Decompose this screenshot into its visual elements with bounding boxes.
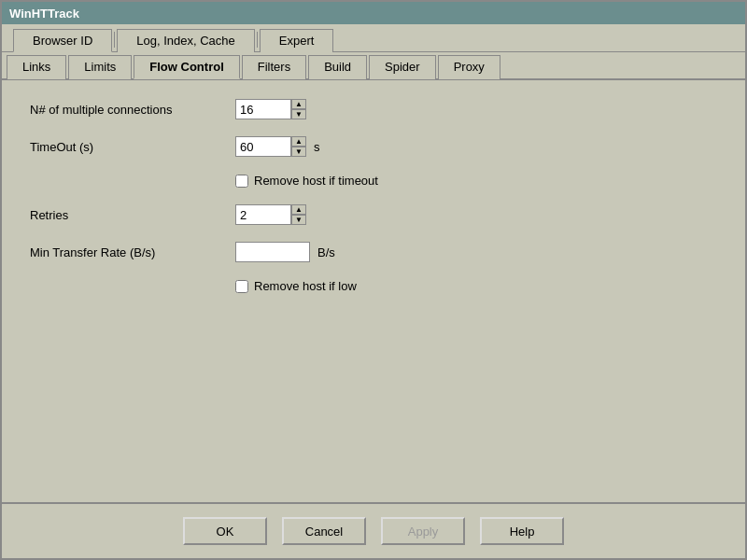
connections-spinner: ▲ ▼ — [235, 99, 306, 119]
timeout-unit: s — [314, 140, 320, 154]
retries-label: Retries — [30, 208, 235, 222]
cancel-button[interactable]: Cancel — [282, 517, 366, 545]
min-transfer-input-wrapper: B/s — [235, 242, 335, 262]
timeout-spinner-buttons: ▲ ▼ — [291, 136, 306, 157]
tab-spider[interactable]: Spider — [369, 55, 436, 79]
help-button[interactable]: Help — [480, 517, 564, 545]
bottom-tab-row: Links Limits Flow Control Filters Build … — [2, 52, 745, 80]
tab-limits[interactable]: Limits — [68, 55, 132, 79]
timeout-input[interactable] — [235, 136, 291, 157]
tab-log-index-cache[interactable]: Log, Index, Cache — [117, 29, 255, 52]
bottom-bar: OK Cancel Apply Help — [2, 502, 745, 558]
retries-spinner: ▲ ▼ — [235, 204, 306, 225]
title-bar: WinHTTrack — [2, 2, 745, 24]
tab-proxy[interactable]: Proxy — [438, 55, 500, 79]
tab-browser-id[interactable]: Browser ID — [13, 29, 112, 52]
top-tab-row: Browser ID Log, Index, Cache Expert — [2, 24, 745, 52]
tab-filters[interactable]: Filters — [242, 55, 306, 79]
min-transfer-label: Min Transfer Rate (B/s) — [30, 245, 235, 259]
connections-spin-down[interactable]: ▼ — [291, 109, 306, 119]
window-title: WinHTTrack — [9, 7, 79, 21]
remove-host-low-checkbox[interactable] — [235, 280, 248, 293]
connections-input[interactable] — [235, 99, 291, 119]
timeout-spinner: ▲ ▼ s — [235, 136, 320, 157]
timeout-spin-down[interactable]: ▼ — [291, 147, 306, 157]
connections-label: N# of multiple connections — [30, 103, 235, 117]
ok-button[interactable]: OK — [183, 517, 267, 545]
timeout-row: TimeOut (s) ▲ ▼ s — [30, 136, 717, 157]
retries-spin-up[interactable]: ▲ — [291, 204, 306, 215]
tab-flow-control[interactable]: Flow Control — [134, 55, 239, 79]
remove-host-low-row: Remove host if low — [235, 279, 717, 293]
main-window: WinHTTrack Browser ID Log, Index, Cache … — [0, 0, 747, 560]
min-transfer-unit: B/s — [317, 245, 335, 259]
retries-spinner-buttons: ▲ ▼ — [291, 204, 306, 225]
tab-expert[interactable]: Expert — [260, 29, 334, 52]
retries-spin-down[interactable]: ▼ — [291, 215, 306, 225]
timeout-label: TimeOut (s) — [30, 140, 235, 154]
retries-input[interactable] — [235, 204, 291, 225]
connections-spinner-buttons: ▲ ▼ — [291, 99, 306, 119]
min-transfer-input[interactable] — [235, 242, 310, 262]
remove-host-low-label: Remove host if low — [254, 279, 357, 293]
apply-button[interactable]: Apply — [381, 517, 465, 545]
connections-spin-up[interactable]: ▲ — [291, 99, 306, 109]
remove-host-timeout-row: Remove host if timeout — [235, 174, 717, 188]
remove-host-timeout-checkbox[interactable] — [235, 175, 248, 188]
content-area: N# of multiple connections ▲ ▼ TimeOut (… — [2, 80, 745, 502]
tab-links[interactable]: Links — [7, 55, 66, 79]
connections-row: N# of multiple connections ▲ ▼ — [30, 99, 717, 119]
retries-row: Retries ▲ ▼ — [30, 204, 717, 225]
timeout-spin-up[interactable]: ▲ — [291, 136, 306, 147]
remove-host-timeout-label: Remove host if timeout — [254, 174, 378, 188]
tab-build[interactable]: Build — [308, 55, 367, 79]
min-transfer-row: Min Transfer Rate (B/s) B/s — [30, 242, 717, 262]
